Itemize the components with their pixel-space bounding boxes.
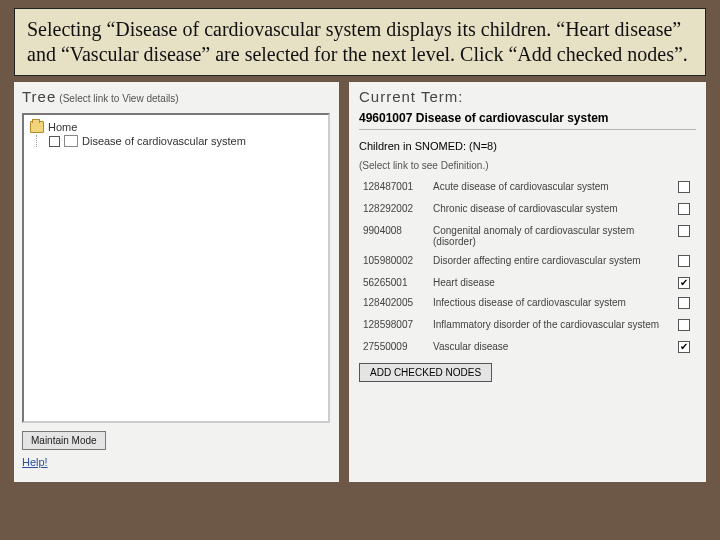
add-row: ADD CHECKED NODES <box>359 363 696 382</box>
table-row: 128292002Chronic disease of cardiovascul… <box>359 199 696 221</box>
child-code[interactable]: 27550009 <box>359 337 429 357</box>
add-checked-nodes-button[interactable]: ADD CHECKED NODES <box>359 363 492 382</box>
table-row: 56265001Heart disease <box>359 273 696 293</box>
child-name[interactable]: Disorder affecting entire cardiovascular… <box>429 251 672 273</box>
table-row: 105980002Disorder affecting entire cardi… <box>359 251 696 273</box>
child-checkbox[interactable] <box>678 297 690 309</box>
tree-subtitle: (Select link to View details) <box>59 93 178 104</box>
child-checkbox-cell <box>672 273 696 293</box>
child-code[interactable]: 105980002 <box>359 251 429 273</box>
table-row: 9904008Congenital anomaly of cardiovascu… <box>359 221 696 251</box>
child-checkbox-cell <box>672 293 696 315</box>
child-name[interactable]: Vascular disease <box>429 337 672 357</box>
children-table: 128487001Acute disease of cardiovascular… <box>359 177 696 357</box>
tree-root-label: Home <box>48 121 77 133</box>
tree-pane: Tree (Select link to View details) Home … <box>14 82 339 482</box>
child-checkbox[interactable] <box>678 203 690 215</box>
tree-checkbox[interactable] <box>49 136 60 147</box>
child-name[interactable]: Chronic disease of cardiovascular system <box>429 199 672 221</box>
child-checkbox[interactable] <box>678 319 690 331</box>
tree-buttons: Maintain Mode <box>22 431 331 450</box>
tree-title: Tree <box>22 88 56 105</box>
folder-icon <box>30 121 44 133</box>
child-name[interactable]: Heart disease <box>429 273 672 293</box>
child-code[interactable]: 9904008 <box>359 221 429 251</box>
tree-branch: Disease of cardiovascular system <box>36 135 322 147</box>
tree-child-label: Disease of cardiovascular system <box>82 135 246 147</box>
table-row: 128598007Inflammatory disorder of the ca… <box>359 315 696 337</box>
child-name[interactable]: Congenital anomaly of cardiovascular sys… <box>429 221 672 251</box>
child-checkbox[interactable] <box>678 181 690 193</box>
child-code[interactable]: 128292002 <box>359 199 429 221</box>
child-checkbox[interactable] <box>678 255 690 267</box>
panels: Tree (Select link to View details) Home … <box>0 82 720 482</box>
child-checkbox-cell <box>672 177 696 199</box>
child-checkbox[interactable] <box>678 277 690 289</box>
child-name[interactable]: Acute disease of cardiovascular system <box>429 177 672 199</box>
table-row: 27550009Vascular disease <box>359 337 696 357</box>
maintain-mode-button[interactable]: Maintain Mode <box>22 431 106 450</box>
help-link[interactable]: Help! <box>22 456 48 468</box>
children-header: Children in SNOMED: (N=8) <box>359 140 696 152</box>
document-icon <box>64 135 78 147</box>
child-code[interactable]: 56265001 <box>359 273 429 293</box>
tree-root[interactable]: Home <box>30 121 322 133</box>
child-checkbox-cell <box>672 221 696 251</box>
current-term-title: Current Term: <box>359 88 696 105</box>
child-name[interactable]: Inflammatory disorder of the cardiovascu… <box>429 315 672 337</box>
child-checkbox[interactable] <box>678 225 690 237</box>
child-checkbox-cell <box>672 251 696 273</box>
tree-child[interactable]: Disease of cardiovascular system <box>49 135 322 147</box>
child-checkbox-cell <box>672 199 696 221</box>
child-checkbox-cell <box>672 315 696 337</box>
definition-hint: (Select link to see Definition.) <box>359 160 696 171</box>
current-term-value: 49601007 Disease of cardiovascular syste… <box>359 111 696 125</box>
term-pane: Current Term: 49601007 Disease of cardio… <box>349 82 706 482</box>
separator <box>359 129 696 130</box>
tree-box: Home Disease of cardiovascular system <box>22 113 330 423</box>
table-row: 128487001Acute disease of cardiovascular… <box>359 177 696 199</box>
child-code[interactable]: 128487001 <box>359 177 429 199</box>
child-checkbox-cell <box>672 337 696 357</box>
child-checkbox[interactable] <box>678 341 690 353</box>
child-code[interactable]: 128402005 <box>359 293 429 315</box>
child-name[interactable]: Infectious disease of cardiovascular sys… <box>429 293 672 315</box>
instruction-callout: Selecting “Disease of cardiovascular sys… <box>14 8 706 76</box>
child-code[interactable]: 128598007 <box>359 315 429 337</box>
table-row: 128402005Infectious disease of cardiovas… <box>359 293 696 315</box>
